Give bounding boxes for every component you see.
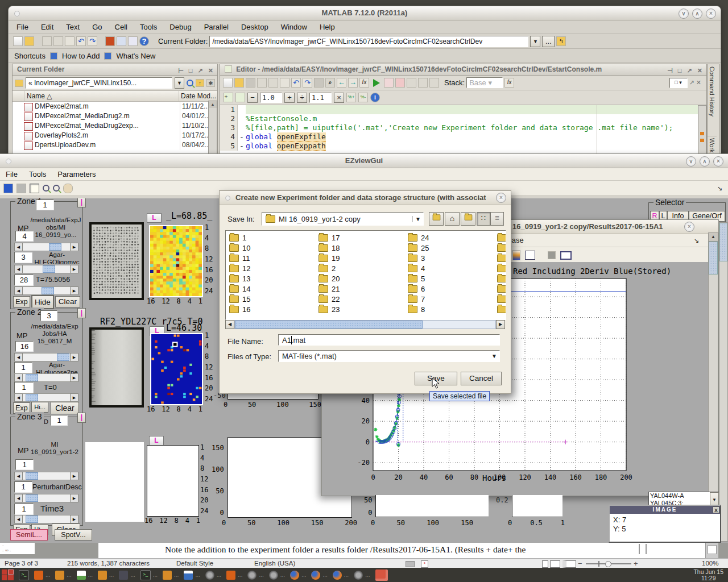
zone1-mp-slider[interactable]: ◀▶ [14,243,78,251]
gray-square-icon[interactable] [548,251,556,259]
taskbar-item-app[interactable]: ... [354,571,370,580]
profiler-icon[interactable] [128,36,138,46]
minimize-button[interactable]: ∨ [679,9,689,19]
address-dropdown-button[interactable]: ▼ [175,77,184,89]
up-one-level-button[interactable] [429,212,444,226]
ez-scrollbar[interactable] [719,222,728,542]
clock[interactable]: Thu Jun 15 11:29 [693,569,723,581]
zone2-media-input[interactable]: 1 [14,362,32,373]
folder-item-clipped[interactable] [497,296,506,303]
editor-print-icon[interactable] [314,78,324,88]
menu-item[interactable]: Cell [115,23,127,31]
ez-maximize-button[interactable]: ∧ [700,156,710,167]
folder-list[interactable]: 110111213141516 171819220212223 24253456… [225,230,506,320]
uncomment-icon[interactable]: %- [358,93,368,102]
folder-list-hscrollbar[interactable]: ◀ ▶ [225,320,505,329]
step-icon[interactable] [407,78,416,88]
results-scrollbar[interactable]: ▲ [708,232,718,496]
editor-redo-icon[interactable]: ↷ [303,78,312,88]
breakpoint-set-icon[interactable] [384,78,394,88]
editor-undo-icon[interactable]: ↶ [291,78,301,88]
taskbar-item-terminal[interactable]: >_ [19,570,29,580]
divide-button[interactable]: ÷ [297,93,307,103]
ez-zoom-out-icon[interactable] [53,185,60,192]
folder-item[interactable]: 12 [229,265,318,272]
menu-item[interactable]: Text [66,23,80,31]
cell-divider-icon[interactable] [235,93,245,102]
simulink-icon[interactable] [105,36,115,46]
track-changes-icon[interactable]: * [421,560,428,568]
editor-scrollbar[interactable] [698,105,706,155]
code-line[interactable]: 3%[file,path] = uiputfile('.mat','Create… [220,123,706,132]
up-one-level-icon[interactable]: ↑ [196,79,204,87]
zone2-heatmap[interactable] [150,333,203,405]
workspace-switcher[interactable] [2,569,14,580]
menu-item[interactable]: Edit [41,23,53,31]
zone1-time-input[interactable]: 28 [14,275,34,286]
zone2-clear-button[interactable]: Clear [51,402,79,414]
taskbar-item-matlab[interactable]: ... [226,571,242,580]
new-file-icon[interactable] [13,36,23,46]
file-row[interactable]: DpertsUploadDev.m 08/04/2... [13,140,217,150]
semilog-button[interactable]: SemiL... [10,529,48,541]
breakpoint-clear-icon[interactable] [395,78,405,88]
code-line[interactable]: 5-global openExppath [220,142,706,151]
zone3-plot[interactable] [147,445,199,517]
taskbar-item-folder[interactable]: ... [98,571,114,580]
tab-workspace[interactable]: Work [708,136,717,154]
view-single-page-icon[interactable] [542,560,548,568]
taskbar-item-app[interactable]: ... [269,571,285,580]
code-line[interactable]: 1 [220,105,706,114]
editor-new-icon[interactable] [223,78,233,88]
view-book-icon[interactable] [562,560,576,568]
taskbar-item-gimp[interactable]: ... [119,571,135,580]
forward-icon[interactable]: → [348,78,358,88]
zoom-in-button[interactable]: + [634,559,638,568]
folder-item[interactable]: 5 [408,275,497,282]
taskbar-item-folder[interactable]: ... [55,571,71,580]
folder-item[interactable]: 19 [318,255,407,262]
folder-item[interactable]: 10 [229,244,318,252]
ez-zoom-in-icon[interactable] [43,185,49,192]
zone2-corner-button[interactable]: | [77,308,86,318]
folder-item-clipped[interactable] [497,285,506,293]
browse-folder-button[interactable]: ... [542,36,555,47]
ez-save-icon[interactable] [3,184,13,193]
folder-item[interactable]: 8 [408,306,497,313]
menu-item[interactable]: Desktop [241,23,268,31]
dialog-titlebar[interactable]: Create new Experiment folder and data st… [220,191,511,205]
insert-cell-icon[interactable]: ⁺ [224,93,233,102]
ez-close-button[interactable]: × [713,156,723,167]
folder-item-clipped[interactable] [497,275,506,282]
guide-icon[interactable] [117,36,126,46]
files-of-type-combo[interactable]: MAT-files (*.mat) ▼ [278,350,500,362]
file-row[interactable]: DMPexcel2mat.m 11/11/2... [13,102,217,111]
zone3-mp-input[interactable]: 1 [15,459,34,470]
zone1-media-input[interactable]: 3 [14,252,32,263]
comment-icon[interactable]: %+ [346,93,356,102]
cut-icon[interactable] [42,36,52,46]
back-icon[interactable]: ← [337,78,346,88]
current-folder-input[interactable]: /media/data/EASY/InovImager_jwrCF_WINLin… [209,36,528,47]
ez-minimize-button[interactable]: ∨ [686,156,696,167]
editor-open-icon[interactable] [234,78,244,88]
editor-window-buttons[interactable]: ⊣ □ ↗ ✕ [667,65,704,76]
window-view-icon[interactable] [560,251,572,260]
editor-view-combo[interactable]: □ ▾ [669,78,688,88]
folder-dropdown-button[interactable]: ▼ [530,36,540,47]
zone2-mp-slider[interactable]: ◀▶ [14,353,78,361]
increase-button[interactable]: + [284,93,295,103]
status-style[interactable]: Default Style [176,560,213,567]
folder-item[interactable]: 3 [408,255,497,262]
zoom-percent[interactable]: 100% [702,560,718,567]
tab-command-history[interactable]: Command History [708,64,717,136]
code-line[interactable]: 2%EstartConsole.m [220,114,706,123]
column-header-name[interactable]: Name △ [24,91,179,101]
folder-item[interactable]: 17 [318,234,407,242]
zone1-time-slider[interactable]: ◀▶ [14,286,78,295]
value2-input[interactable]: 1.1 [309,93,332,103]
zone3-mp-slider[interactable]: ◀▶ [14,472,78,480]
menu-item[interactable]: File [16,23,28,31]
multiply-button[interactable]: × [334,93,344,103]
menu-item[interactable]: Debug [169,23,191,31]
